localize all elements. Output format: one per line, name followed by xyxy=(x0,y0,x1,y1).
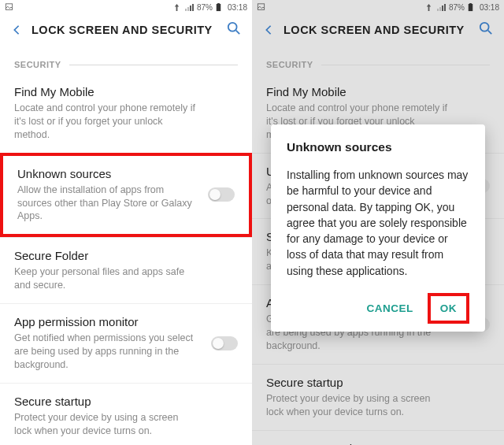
search-icon[interactable] xyxy=(227,21,241,39)
cancel-button[interactable]: CANCEL xyxy=(358,296,423,321)
battery-pct: 87% xyxy=(197,3,213,12)
item-subtitle: Get notified when permissions you select… xyxy=(14,332,238,372)
svg-line-8 xyxy=(236,31,240,35)
ok-button[interactable]: OK xyxy=(431,296,466,321)
back-icon[interactable] xyxy=(11,22,22,38)
svg-rect-5 xyxy=(217,3,220,4)
image-icon xyxy=(5,3,13,11)
dialog-actions: CANCEL OK xyxy=(287,293,469,324)
item-title: App permission monitor xyxy=(14,315,238,328)
item-app-permission-monitor[interactable]: App permission monitor Get notified when… xyxy=(0,303,252,383)
item-secure-folder[interactable]: Secure Folder Keep your personal files a… xyxy=(0,237,252,303)
status-bar: 87% 03:18 xyxy=(0,0,252,14)
item-title: Unknown sources xyxy=(17,167,235,180)
clock: 03:18 xyxy=(228,3,247,12)
item-unknown-sources[interactable]: Unknown sources Allow the installation o… xyxy=(0,153,252,238)
ok-highlight: OK xyxy=(428,293,469,324)
dialog-title: Unknown sources xyxy=(287,140,469,154)
section-label: SECURITY xyxy=(14,60,61,69)
item-find-my-mobile[interactable]: Find My Mobile Locate and control your p… xyxy=(0,74,252,153)
page-title: LOCK SCREEN AND SECURITY xyxy=(32,24,217,36)
dialog-body: Installing from unknown sources may be h… xyxy=(287,167,469,279)
item-title: Secure Folder xyxy=(14,249,238,262)
item-subtitle: Protect your device by using a screen lo… xyxy=(14,411,238,438)
svg-rect-0 xyxy=(6,4,12,9)
svg-point-7 xyxy=(228,23,237,32)
item-subtitle: Allow the installation of apps from sour… xyxy=(17,184,235,224)
screenshot-right: 87% 03:18 LOCK SCREEN AND SECURITY SECUR… xyxy=(252,0,504,445)
svg-rect-4 xyxy=(192,4,194,11)
svg-rect-3 xyxy=(190,6,191,11)
item-subtitle: Locate and control your phone remotely i… xyxy=(14,102,238,142)
svg-rect-1 xyxy=(185,9,187,11)
item-title: Secure startup xyxy=(14,395,238,408)
section-header: SECURITY xyxy=(0,46,252,74)
dialog-unknown-sources: Unknown sources Installing from unknown … xyxy=(271,124,485,332)
toggle-unknown-sources[interactable] xyxy=(208,187,235,202)
toggle-app-permission-monitor[interactable] xyxy=(211,336,238,350)
battery-icon xyxy=(216,3,224,11)
item-secure-startup[interactable]: Secure startup Protect your device by us… xyxy=(0,383,252,445)
divider xyxy=(69,65,238,65)
item-title: Find My Mobile xyxy=(14,85,238,98)
signal-icon xyxy=(185,3,194,11)
svg-rect-2 xyxy=(187,7,189,11)
screenshot-left: 87% 03:18 LOCK SCREEN AND SECURITY SECUR… xyxy=(0,0,252,445)
app-bar: LOCK SCREEN AND SECURITY xyxy=(0,14,252,46)
data-icon xyxy=(173,3,182,11)
item-subtitle: Keep your personal files and apps safe a… xyxy=(14,265,238,292)
svg-rect-6 xyxy=(217,4,221,11)
